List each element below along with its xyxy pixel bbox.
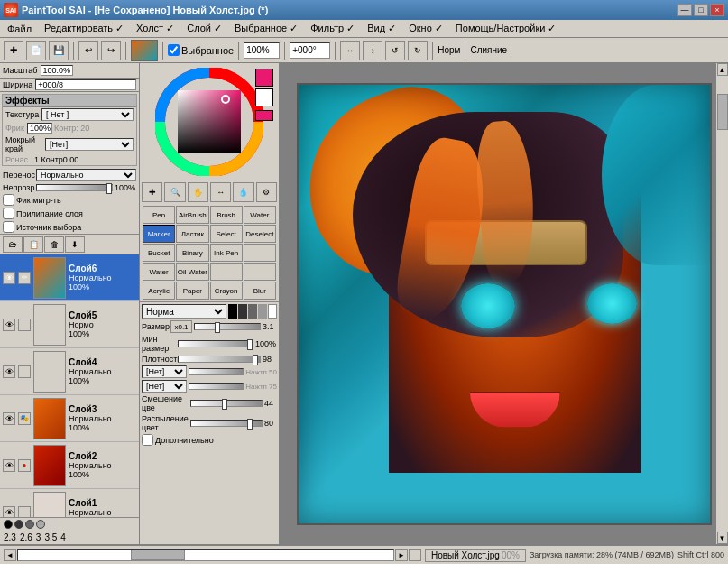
paper-tool[interactable]: Paper [176, 282, 208, 300]
color2-select[interactable]: [Нет] [142, 380, 187, 393]
brush-mode-select[interactable]: Норма [142, 304, 226, 319]
oilwater-tool[interactable]: Oil Water [176, 263, 208, 281]
scrollbar-up[interactable]: ▲ [717, 63, 728, 76]
scroll-left[interactable]: ◄ [4, 549, 16, 561]
scatter-slider[interactable] [190, 420, 263, 427]
scrollbar-thumb-v[interactable] [717, 94, 728, 130]
size-multiplier[interactable]: x0.1 [170, 320, 192, 333]
layer-item-5[interactable]: 👁 Слой5 Нормо 100% [0, 301, 139, 348]
preset-black[interactable] [228, 304, 237, 319]
snap-layer-checkbox[interactable] [3, 208, 14, 219]
minsize-slider[interactable] [178, 340, 253, 347]
eyedrop-tool[interactable]: 💧 [233, 182, 253, 202]
rotate-left-button[interactable]: ↺ [385, 41, 405, 60]
menu-selection[interactable]: Выбранное ✓ [229, 21, 303, 36]
selection-checkbox[interactable] [168, 44, 180, 56]
zoom-tool[interactable]: 🔍 [164, 182, 185, 202]
source-checkbox[interactable] [3, 221, 14, 233]
layer-item-2[interactable]: 👁 ● Слой2 Нормально 100% [0, 442, 139, 489]
water-tool-3[interactable]: Water [143, 263, 175, 281]
rotation-input[interactable] [290, 42, 330, 59]
v-scrollbar[interactable]: ▲ ▼ [715, 63, 728, 544]
wet-edge-select[interactable]: [Нет] [45, 138, 134, 151]
palette-dot-3[interactable] [25, 520, 34, 529]
layer-eye-6[interactable]: 👁 [3, 272, 15, 284]
bucket-tool[interactable]: Bucket [143, 244, 175, 262]
mirror-v-button[interactable]: ↕ [363, 41, 382, 60]
transfer-select[interactable]: Нормально [36, 169, 136, 181]
h-scrollbar-track[interactable] [17, 549, 394, 561]
layer-eye-2[interactable]: 👁 [3, 459, 15, 472]
select-tool[interactable]: Select [210, 225, 243, 243]
h-scrollbar-thumb[interactable] [131, 550, 185, 560]
preset-dark[interactable] [238, 304, 247, 319]
preset-white[interactable] [268, 304, 277, 319]
water-tool-1[interactable]: Water [244, 206, 276, 224]
binary-tool[interactable]: Binary [176, 244, 208, 262]
scroll-right[interactable]: ► [395, 549, 408, 561]
water-tool-2[interactable] [244, 244, 276, 262]
menu-canvas[interactable]: Холст ✓ [131, 21, 180, 36]
save-button[interactable]: 💾 [49, 41, 69, 60]
delete-layer-button[interactable]: 🗑 [44, 236, 64, 253]
preset-light[interactable] [258, 304, 267, 319]
pen-tool[interactable]: Pen [143, 206, 175, 224]
marker-tool[interactable]: Marker [143, 225, 175, 243]
mix-slider[interactable] [190, 400, 263, 407]
palette-dot-1[interactable] [4, 520, 13, 529]
crayon-tool[interactable]: Crayon [210, 282, 243, 300]
airbrush-tool[interactable]: AirBrush [176, 206, 208, 224]
merge-layer-button[interactable]: ⬇ [65, 236, 85, 253]
texture-select[interactable]: [ Нет ] [41, 108, 134, 121]
color2-slider[interactable] [189, 383, 244, 390]
close-button[interactable]: × [710, 4, 724, 16]
maximize-button[interactable]: □ [694, 4, 708, 16]
bg-color-swatch[interactable] [255, 88, 273, 106]
undo-button[interactable]: ↩ [78, 41, 98, 60]
new-button[interactable]: ✚ [4, 41, 23, 60]
menu-view[interactable]: Вид ✓ [362, 21, 401, 36]
layer-item-4[interactable]: 👁 Слой4 Нормально 100% [0, 348, 139, 395]
preset-mid[interactable] [248, 304, 257, 319]
opacity-slider[interactable] [36, 184, 113, 191]
color1-slider[interactable] [189, 368, 244, 375]
zoom-input[interactable] [244, 42, 280, 59]
scrollbar-track-v[interactable] [717, 76, 728, 532]
layer-item-1[interactable]: 👁 Слой1 Нормально 100% [0, 489, 139, 517]
palette-dot-2[interactable] [14, 520, 23, 529]
fg-color-swatch[interactable] [255, 69, 273, 87]
layer-eye-4[interactable]: 👁 [3, 365, 15, 378]
stabilizer-checkbox[interactable] [3, 194, 14, 206]
brush-tool[interactable]: Brush [210, 206, 243, 224]
menu-window[interactable]: Окно ✓ [403, 21, 448, 36]
water-tool-4[interactable] [244, 263, 276, 281]
menu-filter[interactable]: Фильтр ✓ [305, 21, 360, 36]
layer-item-6[interactable]: 👁 ✏ Слой6 Нормально 100% [0, 254, 139, 301]
inkpen-tool[interactable]: Ink Pen [210, 244, 243, 262]
move-tool[interactable]: ✚ [142, 182, 162, 202]
blur-tool[interactable]: Blur [244, 282, 276, 300]
minimize-button[interactable]: — [677, 4, 692, 16]
mirror-h-button[interactable]: ↔ [340, 41, 360, 60]
rotate-right-button[interactable]: ↻ [408, 41, 428, 60]
menu-layer[interactable]: Слой ✓ [181, 21, 227, 36]
acrylic-tool-2[interactable]: Acrylic [143, 282, 175, 300]
redo-button[interactable]: ↪ [101, 41, 121, 60]
color1-select[interactable]: [Нет] [142, 365, 187, 378]
palette-dot-4[interactable] [36, 520, 45, 529]
deselect-tool[interactable]: Deselect [244, 225, 276, 243]
hand-tool[interactable]: ✋ [188, 182, 208, 202]
rotate-tool[interactable]: ↔ [210, 182, 231, 202]
size-slider[interactable] [194, 323, 261, 330]
scrollbar-down[interactable]: ▼ [717, 532, 728, 544]
eraser-tool[interactable]: Ластик [176, 225, 208, 243]
acrylic-tool[interactable] [210, 263, 243, 281]
menu-help[interactable]: Помощь/Настройки ✓ [450, 21, 562, 36]
layer-eye-3[interactable]: 👁 [3, 412, 15, 425]
color-wheel[interactable] [155, 68, 263, 176]
density-slider[interactable] [178, 356, 261, 363]
extra-checkbox[interactable] [142, 434, 153, 446]
layer-eye-5[interactable]: 👁 [3, 319, 15, 331]
copy-layer-button[interactable]: 📋 [23, 236, 43, 253]
new-layer-button[interactable]: 🗁 [3, 236, 23, 253]
